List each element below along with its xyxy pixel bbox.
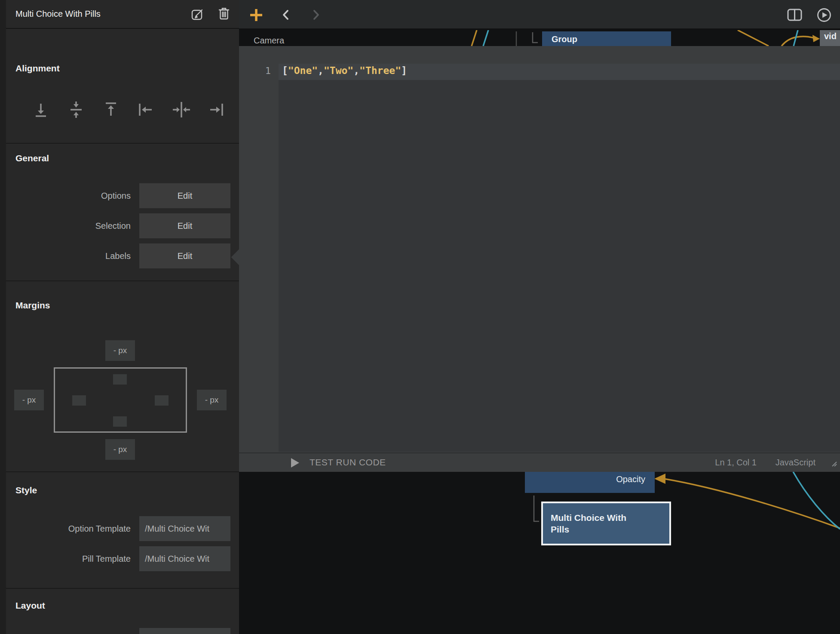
- patch-wires-top: [239, 30, 840, 46]
- node-graph-top[interactable]: Camera Group vid: [239, 30, 840, 46]
- align-top-icon: [101, 100, 120, 119]
- margins-section: Margins - px - px - px - px: [0, 281, 239, 472]
- layout-field-partial[interactable]: [139, 628, 230, 634]
- labels-edit-button[interactable]: Edit: [139, 243, 230, 268]
- code-editor-area[interactable]: [279, 64, 840, 452]
- code-token: "Three": [359, 65, 401, 76]
- node-camera[interactable]: Camera: [254, 36, 284, 46]
- align-vertical-center-button[interactable]: [67, 100, 86, 119]
- split-view-button[interactable]: [787, 9, 802, 21]
- navigate-back-button[interactable]: [282, 9, 290, 21]
- run-prototype-button[interactable]: [817, 8, 831, 22]
- options-edit-button[interactable]: Edit: [139, 183, 230, 208]
- pill-template-label: Pill Template: [82, 546, 131, 571]
- align-left-button[interactable]: [136, 100, 155, 119]
- margin-top-handle: [113, 374, 127, 385]
- option-template-field[interactable]: /Multi Choice Wit: [139, 516, 230, 541]
- margin-right-input[interactable]: - px: [197, 390, 227, 410]
- node-graph-bottom[interactable]: Opacity Multi Choice With Pills: [239, 472, 840, 634]
- style-heading: Style: [15, 485, 37, 496]
- align-horizontal-center-icon: [172, 100, 191, 119]
- edit-pencil-icon: [190, 7, 205, 22]
- margin-right-handle: [155, 395, 169, 406]
- rename-patch-button[interactable]: [190, 7, 205, 22]
- sidebar-edge-strip: [0, 0, 6, 634]
- labels-row: Labels Edit: [0, 243, 239, 268]
- margin-bottom-input[interactable]: - px: [105, 439, 135, 460]
- margin-left-input[interactable]: - px: [14, 390, 44, 410]
- inspector-title: Multi Choice With Pills: [15, 0, 101, 28]
- line-number: 1: [256, 65, 271, 76]
- pill-template-field[interactable]: /Multi Choice Wit: [139, 546, 230, 571]
- code-token: "Two": [324, 65, 353, 76]
- layout-section: Layout: [0, 589, 239, 634]
- resize-grip[interactable]: [829, 459, 837, 467]
- alignment-buttons: [0, 100, 239, 119]
- code-editor-popover: 1 ["One","Two","Three"] TEST RUN CODE Ln…: [239, 46, 840, 472]
- code-token: ]: [401, 65, 407, 76]
- selection-label: Selection: [95, 213, 131, 238]
- code-line-1[interactable]: ["One","Two","Three"]: [282, 65, 407, 76]
- plus-icon: [249, 8, 263, 22]
- pill-template-row: Pill Template /Multi Choice Wit: [0, 546, 239, 571]
- node-multi-choice-with-pills[interactable]: Multi Choice With Pills: [541, 502, 671, 545]
- inspector-panel: Multi Choice With Pills: [0, 0, 239, 634]
- align-right-icon: [207, 100, 226, 119]
- options-label: Options: [101, 183, 131, 208]
- align-bottom-button[interactable]: [31, 100, 50, 119]
- align-left-icon: [136, 100, 155, 119]
- code-token: [: [282, 65, 288, 76]
- graph-toolbar: [239, 0, 840, 29]
- align-right-button[interactable]: [207, 100, 226, 119]
- chevron-right-icon: [312, 9, 320, 21]
- margins-heading: Margins: [15, 300, 50, 311]
- split-view-icon: [787, 9, 802, 21]
- trash-icon: [218, 6, 230, 20]
- test-run-code-button[interactable]: TEST RUN CODE: [310, 457, 386, 468]
- delete-patch-button[interactable]: [218, 6, 230, 20]
- align-bottom-icon: [31, 100, 50, 119]
- node-video[interactable]: vid: [820, 30, 840, 46]
- run-icon: [817, 8, 831, 22]
- option-template-label: Option Template: [68, 516, 131, 541]
- cursor-position: Ln 1, Col 1: [715, 458, 757, 468]
- margin-top-input[interactable]: - px: [105, 340, 135, 361]
- code-token: ,: [353, 65, 359, 76]
- chevron-left-icon: [282, 9, 290, 21]
- node-opacity[interactable]: Opacity: [525, 472, 655, 493]
- alignment-heading: Alignment: [15, 63, 60, 74]
- code-token: ,: [318, 65, 324, 76]
- style-section: Style Option Template /Multi Choice Wit …: [0, 472, 239, 589]
- margins-preview-box: [54, 367, 187, 433]
- alignment-section: Alignment: [0, 29, 239, 144]
- add-patch-button[interactable]: [249, 8, 263, 22]
- labels-label: Labels: [105, 243, 131, 268]
- general-heading: General: [15, 153, 49, 163]
- selection-edit-button[interactable]: Edit: [139, 213, 230, 238]
- language-indicator[interactable]: JavaScript: [776, 458, 815, 468]
- align-vertical-center-icon: [67, 100, 86, 119]
- layout-heading: Layout: [15, 600, 45, 611]
- align-horizontal-center-button[interactable]: [172, 100, 191, 119]
- play-icon: [291, 458, 299, 468]
- options-row: Options Edit: [0, 183, 239, 208]
- code-token: "One": [288, 65, 318, 76]
- margin-left-handle: [72, 395, 86, 406]
- general-section: General Options Edit Selection Edit Labe…: [0, 144, 239, 281]
- align-top-button[interactable]: [101, 100, 120, 119]
- margin-bottom-handle: [113, 416, 127, 427]
- selection-row: Selection Edit: [0, 213, 239, 238]
- option-template-row: Option Template /Multi Choice Wit: [0, 516, 239, 541]
- patch-wires-bottom: [239, 472, 840, 634]
- inspector-header: Multi Choice With Pills: [0, 0, 239, 29]
- code-editor-statusbar: TEST RUN CODE Ln 1, Col 1 JavaScript: [239, 452, 840, 472]
- node-group[interactable]: Group: [542, 31, 671, 46]
- navigate-forward-button[interactable]: [312, 9, 320, 21]
